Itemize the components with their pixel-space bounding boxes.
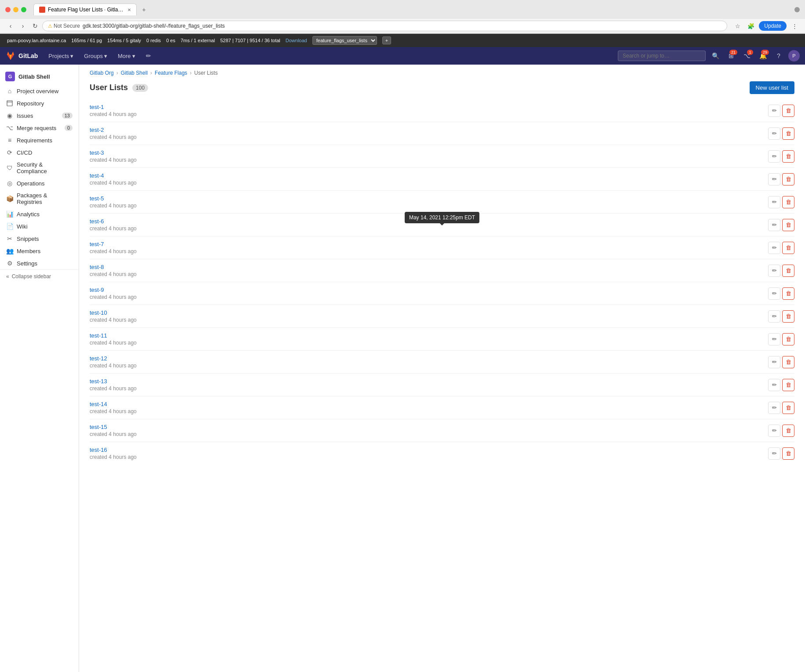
- breadcrumb-gitlab-shell[interactable]: Gitlab Shell: [121, 70, 148, 76]
- edit-user-btn[interactable]: ✏: [768, 196, 780, 208]
- back-btn[interactable]: ‹: [5, 21, 16, 31]
- delete-user-btn[interactable]: 🗑: [782, 105, 794, 117]
- new-user-list-btn[interactable]: New user list: [750, 81, 794, 94]
- tab-close-btn[interactable]: ✕: [127, 7, 131, 12]
- delete-user-btn[interactable]: 🗑: [782, 196, 794, 208]
- sidebar-item-packages-registries[interactable]: 📦 Packages & Registries: [0, 189, 79, 208]
- help-nav-btn[interactable]: ?: [772, 50, 785, 62]
- merge-nav-btn[interactable]: ⌥ 1: [741, 50, 753, 62]
- user-name[interactable]: test-9: [90, 287, 137, 293]
- delete-user-btn[interactable]: 🗑: [782, 333, 794, 345]
- delete-user-btn[interactable]: 🗑: [782, 173, 794, 185]
- user-name[interactable]: test-2: [90, 127, 137, 133]
- delete-user-btn[interactable]: 🗑: [782, 219, 794, 231]
- delete-user-btn[interactable]: 🗑: [782, 379, 794, 391]
- edit-user-btn[interactable]: ✏: [768, 150, 780, 163]
- user-name[interactable]: test-5: [90, 195, 137, 202]
- user-name[interactable]: test-4: [90, 172, 137, 179]
- sidebar-item-members[interactable]: 👥 Members: [0, 245, 79, 257]
- user-name[interactable]: test-13: [90, 378, 137, 385]
- user-name[interactable]: test-1: [90, 104, 137, 110]
- user-avatar[interactable]: P: [788, 50, 800, 62]
- delete-user-btn[interactable]: 🗑: [782, 402, 794, 414]
- edit-user-btn[interactable]: ✏: [768, 242, 780, 254]
- sidebar-item-repository[interactable]: Repository: [0, 97, 79, 109]
- download-link[interactable]: Download: [286, 38, 307, 43]
- sidebar-item-issues[interactable]: ◉ Issues 13: [0, 109, 79, 122]
- user-name[interactable]: test-3: [90, 149, 137, 156]
- edit-user-btn[interactable]: ✏: [768, 265, 780, 277]
- menu-btn[interactable]: ⋮: [789, 21, 800, 31]
- edit-user-btn[interactable]: ✏: [768, 356, 780, 368]
- edit-user-btn[interactable]: ✏: [768, 219, 780, 231]
- edit-user-btn[interactable]: ✏: [768, 425, 780, 437]
- edit-user-btn[interactable]: ✏: [768, 105, 780, 117]
- sidebar-item-project-overview[interactable]: ⌂ Project overview: [0, 85, 79, 97]
- delete-user-btn[interactable]: 🗑: [782, 150, 794, 163]
- edit-user-btn[interactable]: ✏: [768, 379, 780, 391]
- sidebar-item-merge-requests[interactable]: ⌥ Merge requests 0: [0, 122, 79, 134]
- extensions-btn[interactable]: 🧩: [746, 21, 756, 31]
- pencil-nav-btn[interactable]: ✏: [142, 50, 155, 62]
- edit-user-btn[interactable]: ✏: [768, 402, 780, 414]
- edit-user-btn[interactable]: ✏: [768, 310, 780, 323]
- delete-user-btn[interactable]: 🗑: [782, 447, 794, 460]
- delete-user-btn[interactable]: 🗑: [782, 127, 794, 140]
- user-name[interactable]: test-16: [90, 447, 137, 453]
- bell-nav-btn[interactable]: 🔔 29: [757, 50, 769, 62]
- delete-user-btn[interactable]: 🗑: [782, 287, 794, 300]
- projects-nav-link[interactable]: Projects ▾: [45, 53, 77, 59]
- sidebar-item-snippets[interactable]: ✂ Snippets: [0, 232, 79, 245]
- edit-user-btn[interactable]: ✏: [768, 173, 780, 185]
- sidebar-item-security-compliance[interactable]: 🛡 Security & Compliance: [0, 159, 79, 177]
- delete-user-btn[interactable]: 🗑: [782, 310, 794, 323]
- sidebar-item-settings[interactable]: ⚙ Settings: [0, 257, 79, 269]
- sidebar-item-analytics[interactable]: 📊 Analytics: [0, 208, 79, 220]
- edit-user-btn[interactable]: ✏: [768, 447, 780, 460]
- global-search-input[interactable]: [618, 51, 706, 61]
- user-name[interactable]: test-8: [90, 264, 137, 270]
- new-tab-btn[interactable]: +: [138, 4, 149, 15]
- bookmark-btn[interactable]: ☆: [732, 21, 743, 31]
- active-tab[interactable]: Feature Flag User Lists · Gitla… ✕: [33, 4, 137, 15]
- user-name[interactable]: test-12: [90, 355, 137, 362]
- search-nav-btn[interactable]: 🔍: [709, 50, 722, 62]
- edit-user-btn[interactable]: ✏: [768, 333, 780, 345]
- sidebar-item-wiki[interactable]: 📄 Wiki: [0, 220, 79, 232]
- address-text[interactable]: gdk.test:3000/gitlab-org/gitlab-shell/-/…: [83, 23, 722, 29]
- user-name[interactable]: test-14: [90, 401, 137, 407]
- refresh-btn[interactable]: ↻: [30, 21, 40, 31]
- user-name[interactable]: test-11: [90, 332, 137, 339]
- delete-user-btn[interactable]: 🗑: [782, 242, 794, 254]
- breadcrumb-feature-flags[interactable]: Feature Flags: [155, 70, 187, 76]
- user-name[interactable]: test-7: [90, 241, 137, 247]
- collapse-sidebar-btn[interactable]: « Collapse sidebar: [0, 269, 79, 283]
- maximize-dot[interactable]: [21, 7, 26, 12]
- close-dot[interactable]: [5, 7, 11, 12]
- sidebar-label-settings: Settings: [17, 260, 73, 267]
- edit-user-btn[interactable]: ✏: [768, 287, 780, 300]
- groups-nav-link[interactable]: Groups ▾: [80, 53, 111, 59]
- sidebar-item-operations[interactable]: ◎ Operations: [0, 177, 79, 189]
- minimize-dot[interactable]: [13, 7, 18, 12]
- delete-user-btn[interactable]: 🗑: [782, 425, 794, 437]
- grid-nav-btn[interactable]: ⊞ 21: [725, 50, 737, 62]
- user-name[interactable]: test-15: [90, 424, 137, 430]
- edit-user-btn[interactable]: ✏: [768, 127, 780, 140]
- forward-btn[interactable]: ›: [18, 21, 28, 31]
- update-btn[interactable]: Update: [759, 21, 787, 31]
- delete-user-btn[interactable]: 🗑: [782, 265, 794, 277]
- perf-add-btn[interactable]: +: [382, 36, 391, 44]
- sidebar-item-cicd[interactable]: ⟳ CI/CD: [0, 146, 79, 159]
- gitlab-logo[interactable]: GitLab: [5, 51, 38, 61]
- perf-select[interactable]: feature_flags_user_lists: [312, 36, 377, 45]
- sidebar-group[interactable]: G Gitlab Shell: [0, 68, 79, 85]
- delete-user-btn[interactable]: 🗑: [782, 356, 794, 368]
- packages-icon: 📦: [6, 195, 13, 202]
- user-name[interactable]: test-10: [90, 309, 137, 316]
- more-nav-link[interactable]: More ▾: [114, 53, 139, 59]
- user-name[interactable]: test-6: [90, 218, 137, 225]
- breadcrumb-gitlab-org[interactable]: Gitlab Org: [90, 70, 114, 76]
- chrome-control[interactable]: [794, 7, 800, 12]
- sidebar-item-requirements[interactable]: ≡ Requirements: [0, 134, 79, 146]
